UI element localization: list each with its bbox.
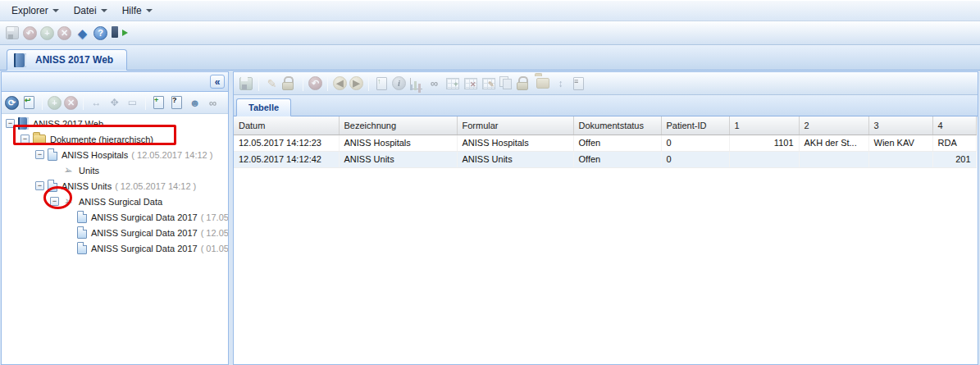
tree-item-dokumente-hierarchisch[interactable]: − Dokumente (hierarchisch) [2, 131, 228, 147]
cell-datum: 12.05.2017 14:12:42 [234, 151, 339, 167]
column-header-datum[interactable]: Datum [234, 116, 339, 135]
expand-horizontal-icon[interactable]: ↔ [89, 95, 104, 111]
info-icon[interactable]: i [392, 76, 406, 90]
table-tab-strip: Tabelle [234, 95, 978, 116]
column-header-formular[interactable]: Formular [457, 116, 573, 135]
navigator-icon[interactable]: ◆ [75, 25, 90, 41]
dropdown-caret-icon [146, 9, 153, 12]
tree-item-label: ANISS 2017 Web [33, 119, 103, 129]
collapse-expander-icon[interactable]: − [21, 135, 30, 144]
tree-item-units[interactable]: ➢ Units [2, 162, 228, 178]
column-header-3[interactable]: 3 [868, 116, 932, 135]
table-edit-icon[interactable]: ✎ [482, 78, 495, 89]
table-row[interactable]: 12.05.2017 14:12:23 ANISS Hospitals ANIS… [234, 135, 976, 151]
main-tab-strip: ANISS 2017 Web [0, 45, 980, 71]
table-row[interactable]: 12.05.2017 14:12:42 ANISS Units ANISS Un… [234, 151, 976, 167]
tree-item-aniss-surgical-data[interactable]: − ➢ ANISS Surgical Data [2, 194, 228, 209]
logout-icon[interactable] [114, 26, 124, 39]
cell-4: RDA [932, 135, 976, 151]
resize-icon[interactable]: ▭ [125, 95, 140, 111]
menu-datei[interactable]: Datei [67, 2, 114, 19]
column-header-patient-id[interactable]: Patient-ID [661, 116, 729, 135]
delete-icon[interactable]: ✕ [57, 26, 71, 40]
undo-icon[interactable]: ↶ [308, 76, 322, 90]
lock-closed-icon[interactable] [520, 77, 530, 89]
tree-item-aniss-units[interactable]: − ANISS Units ( 12.05.2017 14:12 ) [2, 178, 228, 194]
collapse-panel-button[interactable]: « [210, 75, 225, 89]
cell-3: Wien KAV [868, 135, 932, 151]
cell-2: AKH der St... [799, 135, 868, 151]
tree-item-date: ( 12.05.2017 14:12 ) [115, 181, 196, 191]
cell-1 [729, 151, 799, 167]
import-document-icon[interactable]: ↩ [24, 96, 34, 109]
refresh-icon[interactable]: ⟳ [5, 96, 19, 110]
column-header-4[interactable]: 4 [932, 116, 976, 135]
table-add-icon[interactable]: + [446, 78, 459, 89]
column-header-1[interactable]: 1 [729, 116, 799, 135]
forward-icon[interactable]: ▶ [349, 76, 363, 90]
undo-icon[interactable]: ↶ [23, 26, 37, 40]
collapse-expander-icon[interactable]: − [35, 150, 44, 159]
save-icon[interactable] [239, 77, 253, 90]
toolbar-separator [303, 76, 303, 91]
tree-item-aniss-hospitals[interactable]: − ANISS Hospitals ( 12.05.2017 14:12 ) [2, 147, 228, 162]
add-icon[interactable]: + [48, 96, 62, 110]
edit-pencil-icon[interactable]: ✎ [264, 75, 280, 91]
table-delete-icon[interactable]: ✕ [464, 78, 477, 89]
tree-toolbar: ⟳ ↩ + ✕ ↔ ✥ ▭ + ? ☻ ∞ [2, 92, 228, 114]
lock-icon[interactable] [285, 77, 295, 89]
add-user-icon[interactable]: ☻ [187, 95, 203, 111]
column-header-2[interactable]: 2 [799, 116, 868, 135]
tree-item-aniss-surgical-data-2017-b[interactable]: ANISS Surgical Data 2017 ( 12.05.2 [2, 225, 228, 240]
tree-item-aniss-surgical-data-2017-c[interactable]: ANISS Surgical Data 2017 ( 01.05.2 [2, 240, 228, 256]
collapse-expander-icon[interactable]: − [50, 197, 59, 206]
menu-hilfe[interactable]: Hilfe [116, 2, 159, 19]
move-icon[interactable]: ✥ [107, 95, 122, 111]
search-icon[interactable]: ∞ [205, 95, 221, 111]
toolbar-separator [258, 76, 259, 91]
collapse-expander-icon[interactable]: − [6, 119, 15, 128]
cell-formular: ANISS Hospitals [457, 135, 573, 151]
delete-icon[interactable]: ✕ [64, 96, 78, 110]
document-tree: − ANISS 2017 Web − Dokumente (hierarchis… [2, 114, 228, 364]
cell-dokumentstatus: Offen [573, 135, 661, 151]
chart-icon[interactable] [410, 78, 422, 89]
search-go-icon[interactable]: ∞ [426, 75, 442, 91]
tree-item-aniss-surgical-data-2017-a[interactable]: ANISS Surgical Data 2017 ( 17.05.2 [2, 209, 228, 225]
tree-item-aniss-2017-web[interactable]: − ANISS 2017 Web [2, 116, 228, 131]
dropdown-caret-icon [101, 9, 107, 12]
book-icon [18, 117, 29, 130]
help-icon[interactable]: ? [93, 26, 107, 40]
folder-icon[interactable] [536, 78, 549, 89]
new-document-icon[interactable]: + [153, 96, 164, 109]
menu-explorer[interactable]: Explorer [5, 2, 66, 19]
upload-document-icon[interactable]: ↑ [376, 77, 387, 90]
menu-explorer-label: Explorer [11, 5, 48, 16]
column-header-bezeichnung[interactable]: Bezeichnung [339, 116, 457, 135]
report-icon[interactable]: ≡ [573, 77, 584, 90]
cell-patient-id: 0 [661, 135, 729, 151]
back-icon[interactable]: ◀ [333, 76, 347, 90]
content-area: « ⟳ ↩ + ✕ ↔ ✥ ▭ + ? ☻ ∞ − ANISS 2017 Web [0, 71, 980, 365]
cell-3 [868, 151, 932, 167]
save-icon[interactable] [6, 26, 19, 39]
tab-aniss-2017-web[interactable]: ANISS 2017 Web [7, 49, 127, 71]
copy-icon[interactable] [500, 77, 513, 89]
column-header-dokumentstatus[interactable]: Dokumentstatus [573, 116, 661, 135]
tree-item-date: ( 12.05.2 [201, 228, 228, 238]
tree-item-label: ANISS Surgical Data 2017 [91, 244, 198, 253]
tab-tabelle[interactable]: Tabelle [236, 98, 291, 116]
tree-item-date: ( 01.05.2 [201, 244, 228, 253]
toolbar-separator [42, 95, 43, 110]
toolbar-separator [368, 76, 369, 91]
tree-item-label: ANISS Surgical Data 2017 [91, 212, 198, 222]
document-help-icon[interactable]: ? [171, 96, 182, 109]
document-toolbar: ✎ ↶ ◀ ▶ ↑ i ∞ + ✕ ✎ ↕ ≡ [234, 72, 978, 95]
book-icon [14, 53, 26, 67]
document-icon [77, 226, 87, 239]
cell-4: 201 [932, 151, 976, 167]
resize-vertical-icon[interactable]: ↕ [553, 75, 568, 91]
add-icon[interactable]: + [40, 26, 54, 40]
document-icon [77, 211, 87, 223]
collapse-expander-icon[interactable]: − [35, 181, 44, 190]
